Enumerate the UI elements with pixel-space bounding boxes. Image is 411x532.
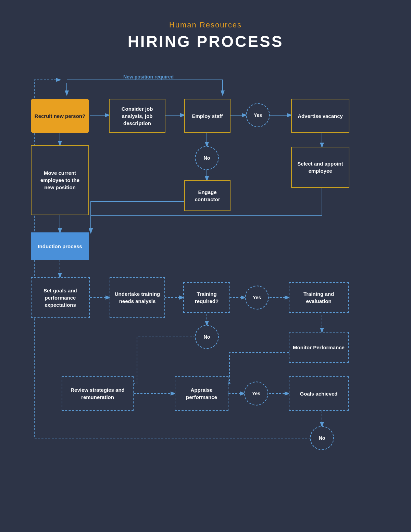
review-box: Review strategies and remuneration — [62, 376, 134, 411]
appraise-box: Appraise performance — [175, 376, 228, 411]
select-box: Select and appoint employee — [291, 147, 349, 188]
subtitle: Human Resources — [128, 21, 284, 29]
advertise-box: Advertise vacancy — [291, 99, 349, 133]
yes1-circle: Yes — [246, 103, 270, 127]
recruit-box: Recruit new person? — [31, 99, 89, 133]
move-current-box: Move current employee to the new positio… — [31, 145, 89, 215]
page-header: Human Resources HIRING PROCESS — [128, 21, 284, 51]
training-required-box: Training required? — [183, 282, 230, 313]
new-position-label: New position required — [123, 74, 174, 80]
set-goals-box: Set goals and performance expectations — [31, 277, 90, 318]
employ-staff-box: Employ staff — [184, 99, 231, 133]
main-title: HIRING PROCESS — [128, 32, 284, 51]
goals-box: Goals achieved — [289, 376, 349, 411]
undertake-box: Undertake training needs analysis — [110, 277, 165, 318]
induction-box: Induction process — [31, 232, 89, 260]
no2-circle: No — [195, 325, 219, 349]
monitor-box: Monitor Performance — [289, 332, 349, 363]
no3-circle: No — [310, 426, 334, 450]
flowchart-diagram: New position required Recruit new person… — [17, 64, 394, 510]
yes2-circle: Yes — [245, 286, 269, 310]
consider-job-box: Consider job analysis, job description — [109, 99, 165, 133]
engage-box: Engage contractor — [184, 180, 231, 211]
training-eval-box: Training and evaluation — [289, 282, 349, 313]
no1-circle: No — [195, 146, 219, 170]
yes3-circle: Yes — [244, 382, 268, 406]
